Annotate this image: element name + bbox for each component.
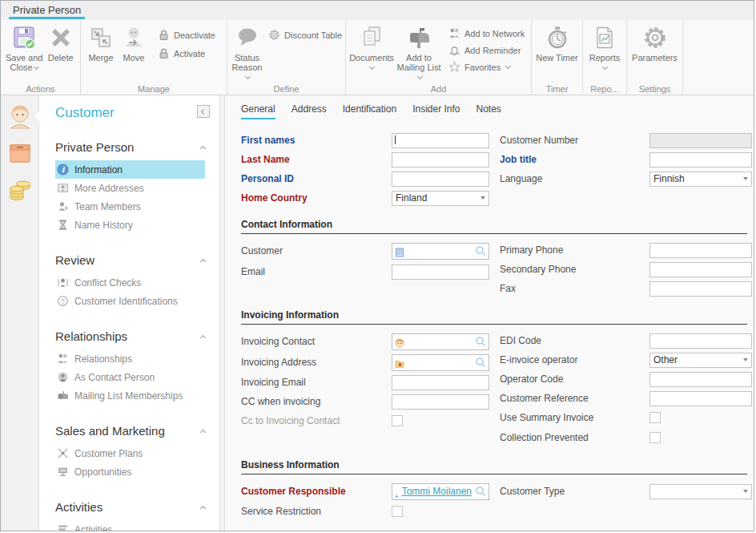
bell-icon xyxy=(448,44,460,56)
delete-label: Delete xyxy=(48,53,74,63)
chevron-up-icon xyxy=(200,259,206,264)
operator-code-input[interactable] xyxy=(649,372,752,387)
save-icon xyxy=(11,25,37,50)
archive-box-icon[interactable] xyxy=(7,140,33,166)
sidebar-section-activities[interactable]: Activities xyxy=(55,500,205,514)
first-names-input[interactable] xyxy=(392,133,489,148)
document-tab-private-person[interactable]: Private Person xyxy=(9,4,85,16)
favorites-button[interactable]: Favorites xyxy=(448,61,525,73)
use-summary-invoice-checkbox[interactable] xyxy=(649,412,661,423)
edi-code-input[interactable] xyxy=(649,333,752,349)
contact-information-header: Contact Information xyxy=(241,219,747,234)
invoicing-address-lookup[interactable] xyxy=(392,354,489,371)
reports-button[interactable]: Reports xyxy=(586,22,623,69)
collection-prevented-checkbox[interactable] xyxy=(649,432,661,443)
add-to-network-button[interactable]: Add to Network xyxy=(448,27,525,39)
deactivate-button[interactable]: Deactivate xyxy=(158,29,215,41)
group-label-actions: Actions xyxy=(1,84,80,94)
merge-button[interactable]: Merge xyxy=(84,22,118,63)
search-icon[interactable] xyxy=(475,486,486,497)
sidebar-item-customer-identifications[interactable]: ? Customer Identifications xyxy=(55,292,205,310)
group-label-timer: Timer xyxy=(532,84,582,94)
customer-lookup[interactable] xyxy=(392,243,489,260)
invoicing-contact-lookup[interactable] xyxy=(392,333,489,350)
e-invoice-operator-label: E-invoice operator xyxy=(500,354,649,365)
group-label-define: Define xyxy=(227,84,345,94)
save-and-close-button[interactable]: Save and Close xyxy=(4,22,44,72)
secondary-phone-input[interactable] xyxy=(649,262,752,277)
sidebar-item-as-contact-person[interactable]: As Contact Person xyxy=(55,368,205,386)
sidebar-item-information[interactable]: i Information xyxy=(55,160,205,179)
sidebar-item-opportunities[interactable]: Opportunities xyxy=(55,462,205,481)
customer-reference-input[interactable] xyxy=(649,391,752,406)
job-title-input[interactable] xyxy=(649,152,752,168)
primary-phone-input[interactable] xyxy=(649,243,752,258)
invoicing-email-input[interactable] xyxy=(392,375,489,390)
invoicing-contact-label: Invoicing Contact xyxy=(241,336,392,347)
star-icon xyxy=(448,61,460,73)
sidebar-section-private-person[interactable]: Private Person xyxy=(55,140,205,154)
cc-to-invoicing-contact-checkbox[interactable] xyxy=(392,415,403,426)
personal-id-input[interactable] xyxy=(392,172,489,187)
chevron-down-icon xyxy=(34,64,39,70)
coins-icon[interactable] xyxy=(7,177,33,203)
hourglass-icon xyxy=(57,219,69,231)
edi-code-label: EDI Code xyxy=(500,335,649,346)
discount-table-button[interactable]: Discount Table xyxy=(268,29,342,41)
sidebar-collapse-button[interactable] xyxy=(197,105,210,118)
language-label: Language xyxy=(500,173,649,184)
service-restriction-checkbox[interactable] xyxy=(392,506,403,517)
invoicing-address-label: Invoicing Address xyxy=(241,357,392,368)
new-timer-button[interactable]: New Timer xyxy=(535,22,579,63)
sidebar-section-relationships[interactable]: Relationships xyxy=(55,329,205,343)
sidebar-item-customer-plans[interactable]: Customer Plans xyxy=(55,444,205,462)
sidebar-item-team-members[interactable]: Team Members xyxy=(55,197,205,216)
search-icon[interactable] xyxy=(475,357,486,368)
personal-id-label: Personal ID xyxy=(241,173,392,184)
sidebar-section-review[interactable]: Review xyxy=(55,253,205,267)
customer-avatar-icon[interactable] xyxy=(7,103,33,129)
sidebar-item-activities[interactable]: Activities xyxy=(55,520,205,531)
tab-general[interactable]: General xyxy=(241,103,275,119)
sidebar-section-sales-and-marketing[interactable]: Sales and Marketing xyxy=(55,424,205,438)
fax-input[interactable] xyxy=(649,281,752,297)
language-select[interactable]: Finnish xyxy=(649,172,752,187)
cc-when-invoicing-input[interactable] xyxy=(392,394,489,410)
e-invoice-operator-select[interactable]: Other xyxy=(649,353,752,368)
documents-button[interactable]: Documents xyxy=(349,22,394,69)
customer-responsible-link[interactable]: Tommi Moilanen xyxy=(402,486,472,497)
sidebar-item-mailing-list-memberships[interactable]: Mailing List Memberships xyxy=(55,386,205,405)
tab-address[interactable]: Address xyxy=(292,103,327,119)
group-label-add: Add xyxy=(346,84,531,94)
parameters-button[interactable]: Parameters xyxy=(630,22,679,63)
customer-type-select[interactable] xyxy=(649,484,752,499)
tab-notes[interactable]: Notes xyxy=(477,103,501,119)
search-icon[interactable] xyxy=(475,336,486,347)
add-to-mailing-list-button[interactable]: Add to Mailing List xyxy=(394,22,444,82)
email-input[interactable] xyxy=(392,264,489,280)
home-country-select[interactable]: Finland xyxy=(392,191,489,206)
tab-identification[interactable]: Identification xyxy=(343,103,396,119)
ribbon-group-timer: New Timer Timer xyxy=(532,20,583,95)
sidebar-item-more-addresses[interactable]: More Addresses xyxy=(55,179,205,197)
add-reminder-button[interactable]: Add Reminder xyxy=(448,44,525,56)
status-reason-label: Status Reason xyxy=(232,53,263,72)
sidebar-item-conflict-checks[interactable]: Conflict Checks xyxy=(55,273,205,292)
chevron-up-icon xyxy=(200,506,206,511)
parameters-label: Parameters xyxy=(632,53,678,63)
customer-responsible-lookup[interactable]: Tommi Moilanen xyxy=(392,483,489,500)
sidebar-item-name-history[interactable]: Name History xyxy=(55,216,205,234)
question-circle-icon: ? xyxy=(57,295,69,307)
mailbox-icon xyxy=(57,390,69,402)
delete-button[interactable]: Delete xyxy=(44,22,77,63)
report-icon xyxy=(592,25,617,50)
tab-insider-info[interactable]: Insider Info xyxy=(412,103,460,119)
sidebar-splitter[interactable] xyxy=(219,95,225,531)
sidebar-item-relationships[interactable]: Relationships xyxy=(55,349,205,368)
last-name-input[interactable] xyxy=(392,152,489,168)
move-button[interactable]: Move xyxy=(118,22,150,63)
search-icon[interactable] xyxy=(475,245,486,256)
ribbon-group-actions: Save and Close Delete Actions xyxy=(1,20,81,95)
status-reason-button[interactable]: Status Reason xyxy=(231,22,263,82)
activate-button[interactable]: Activate xyxy=(158,47,215,59)
